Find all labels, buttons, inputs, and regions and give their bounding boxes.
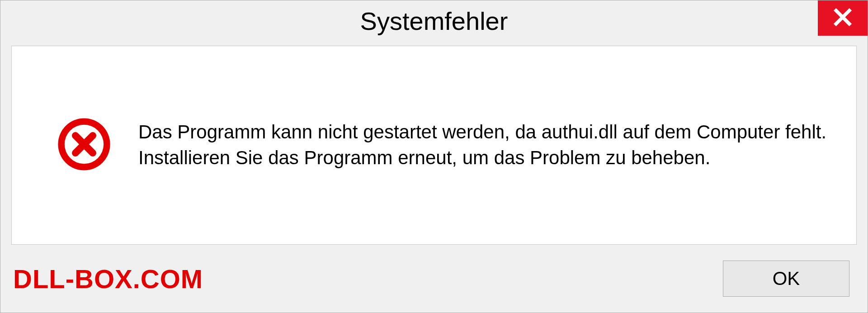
titlebar: Systemfehler — [0, 0, 868, 41]
ok-button[interactable]: OK — [723, 261, 849, 297]
content-area: Das Programm kann nicht gestartet werden… — [11, 46, 857, 245]
dialog-title: Systemfehler — [360, 6, 508, 36]
ok-button-label: OK — [773, 268, 800, 289]
watermark-text: DLL-BOX.COM — [13, 264, 203, 294]
error-icon — [57, 117, 111, 173]
close-icon — [833, 7, 853, 29]
close-button[interactable] — [818, 0, 868, 36]
error-message: Das Programm kann nicht gestartet werden… — [138, 119, 829, 171]
error-dialog: Systemfehler Das Programm kann nicht ges… — [0, 0, 868, 313]
dialog-footer: DLL-BOX.COM OK — [0, 245, 868, 313]
